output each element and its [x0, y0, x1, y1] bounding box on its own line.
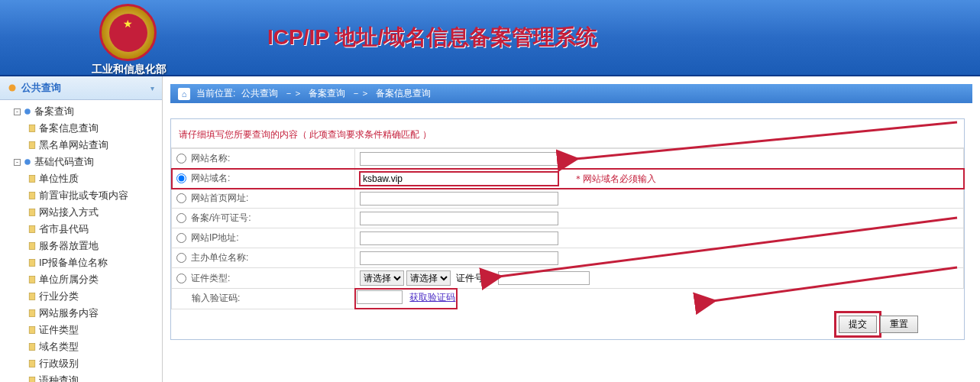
folder-icon — [23, 157, 32, 167]
svg-point-4 — [24, 159, 31, 165]
label-license: 备案/许可证号: — [191, 212, 251, 223]
sidebar: 公共查询 ▾ -备案查询备案信息查询黑名单网站查询-基础代码查询单位性质前置审批… — [0, 76, 163, 382]
dept-name: 工业和信息化部 — [92, 63, 167, 76]
row-site-name: 网站名称: — [172, 149, 964, 169]
svg-rect-12 — [29, 293, 35, 300]
input-sponsor[interactable] — [360, 251, 558, 265]
row-domain: 网站域名: ＊网站域名必须输入 — [172, 169, 964, 189]
chevron-down-icon: ▾ — [150, 84, 154, 92]
label-cert-type: 证件类型: — [191, 273, 230, 283]
tree-toggle-icon[interactable]: - — [14, 159, 21, 166]
tree-toggle-icon[interactable]: - — [14, 108, 21, 115]
radio-domain[interactable] — [176, 173, 186, 183]
radio-license[interactable] — [176, 213, 186, 223]
radio-ip[interactable] — [176, 233, 186, 243]
tree-item[interactable]: 单位性质 — [0, 170, 162, 187]
breadcrumb-sep: －＞ — [284, 87, 302, 100]
reset-button[interactable]: 重置 — [880, 316, 918, 333]
tree-item[interactable]: IP报备单位名称 — [0, 254, 162, 271]
breadcrumb-p3[interactable]: 备案信息查询 — [376, 87, 431, 100]
svg-point-1 — [24, 108, 31, 115]
row-sponsor: 主办单位名称: — [172, 248, 964, 268]
tree-item[interactable]: 证件类型 — [0, 322, 162, 338]
radio-homepage[interactable] — [176, 193, 186, 203]
page-icon — [27, 359, 37, 368]
svg-rect-3 — [29, 142, 35, 149]
tree-item[interactable]: 服务器放置地 — [0, 238, 162, 254]
tree-item-label: 省市县代码 — [39, 222, 89, 236]
input-license[interactable] — [360, 212, 558, 225]
svg-rect-16 — [29, 361, 35, 367]
domain-hint: ＊网站域名必须输入 — [574, 173, 656, 184]
tree-group-label: 基础代码查询 — [34, 155, 94, 169]
tree-item[interactable]: 行政级别 — [0, 355, 162, 372]
input-site-name[interactable] — [360, 152, 558, 166]
tree-item[interactable]: 语种查询 — [0, 372, 162, 382]
label-site-name: 网站名称: — [191, 153, 230, 163]
input-cert-no[interactable] — [498, 271, 590, 285]
input-homepage[interactable] — [360, 192, 558, 206]
tree-item-label: 证件类型 — [39, 323, 79, 337]
svg-rect-2 — [29, 125, 35, 132]
tree-item-label: 黑名单网站查询 — [39, 138, 108, 152]
tree-item-label: 域名类型 — [39, 340, 79, 354]
svg-rect-15 — [29, 344, 35, 351]
nav-tree: -备案查询备案信息查询黑名单网站查询-基础代码查询单位性质前置审批或专项内容网站… — [0, 100, 162, 382]
folder-icon — [23, 107, 32, 116]
input-captcha[interactable] — [357, 290, 403, 304]
page-icon — [27, 342, 37, 351]
form-notice: 请仔细填写您所要查询的内容（ 此项查询要求条件精确匹配 ） — [171, 119, 964, 148]
tree-group[interactable]: -基础代码查询 — [0, 154, 162, 170]
svg-rect-10 — [29, 260, 35, 267]
select-cert-type-2[interactable]: 请选择 — [406, 270, 451, 286]
breadcrumb: ⌂ 当前位置: 公共查询 －＞ 备案查询 －＞ 备案信息查询 — [170, 84, 972, 103]
tree-item-label: 单位性质 — [39, 172, 79, 186]
tree-item[interactable]: 省市县代码 — [0, 221, 162, 238]
label-captcha: 输入验证码: — [192, 293, 240, 303]
breadcrumb-sep2: －＞ — [351, 87, 370, 100]
svg-rect-5 — [29, 176, 35, 183]
row-cert-type: 证件类型: 请选择 请选择 证件号码: — [172, 268, 964, 289]
radio-sponsor[interactable] — [176, 253, 186, 263]
svg-rect-11 — [29, 277, 35, 283]
tree-item[interactable]: 备案信息查询 — [0, 120, 162, 137]
tree-item[interactable]: 网站接入方式 — [0, 204, 162, 221]
breadcrumb-p2[interactable]: 备案查询 — [309, 87, 345, 100]
tree-item-label: 网站接入方式 — [39, 206, 99, 219]
radio-site-name[interactable] — [176, 154, 186, 163]
sidebar-header[interactable]: 公共查询 ▾ — [0, 76, 162, 100]
main-content: ⌂ 当前位置: 公共查询 －＞ 备案查询 －＞ 备案信息查询 请仔细填写您所要查… — [163, 76, 980, 382]
tree-item[interactable]: 行业分类 — [0, 288, 162, 305]
national-emblem-icon — [99, 4, 157, 61]
page-icon — [27, 325, 37, 335]
svg-rect-17 — [29, 377, 35, 383]
radio-cert-type[interactable] — [176, 274, 186, 283]
tree-item[interactable]: 网站服务内容 — [0, 305, 162, 322]
home-icon: ⌂ — [178, 88, 190, 100]
label-homepage: 网站首页网址: — [191, 193, 248, 203]
svg-rect-7 — [29, 209, 35, 216]
svg-rect-14 — [29, 327, 35, 334]
page-icon — [27, 141, 37, 150]
page-icon — [27, 174, 37, 183]
input-domain[interactable] — [360, 172, 558, 186]
tree-item[interactable]: 单位所属分类 — [0, 271, 162, 288]
svg-rect-9 — [29, 243, 35, 250]
tree-item[interactable]: 黑名单网站查询 — [0, 137, 162, 154]
tree-group-label: 备案查询 — [34, 105, 74, 118]
select-cert-type-1[interactable]: 请选择 — [360, 270, 404, 286]
page-icon — [27, 241, 37, 251]
tree-item[interactable]: 域名类型 — [0, 338, 162, 355]
input-ip[interactable] — [360, 231, 558, 245]
tree-group[interactable]: -备案查询 — [0, 103, 162, 120]
star-icon — [8, 83, 17, 92]
tree-item-label: 语种查询 — [39, 374, 79, 382]
captcha-link[interactable]: 获取验证码 — [409, 292, 455, 303]
submit-button[interactable]: 提交 — [839, 316, 877, 333]
tree-item[interactable]: 前置审批或专项内容 — [0, 187, 162, 204]
tree-item-label: 前置审批或专项内容 — [39, 189, 128, 202]
row-captcha: 输入验证码: 获取验证码 — [172, 289, 964, 309]
breadcrumb-p1[interactable]: 公共查询 — [241, 87, 278, 100]
label-ip: 网站IP地址: — [191, 232, 239, 243]
tree-item-label: 单位所属分类 — [39, 273, 99, 286]
